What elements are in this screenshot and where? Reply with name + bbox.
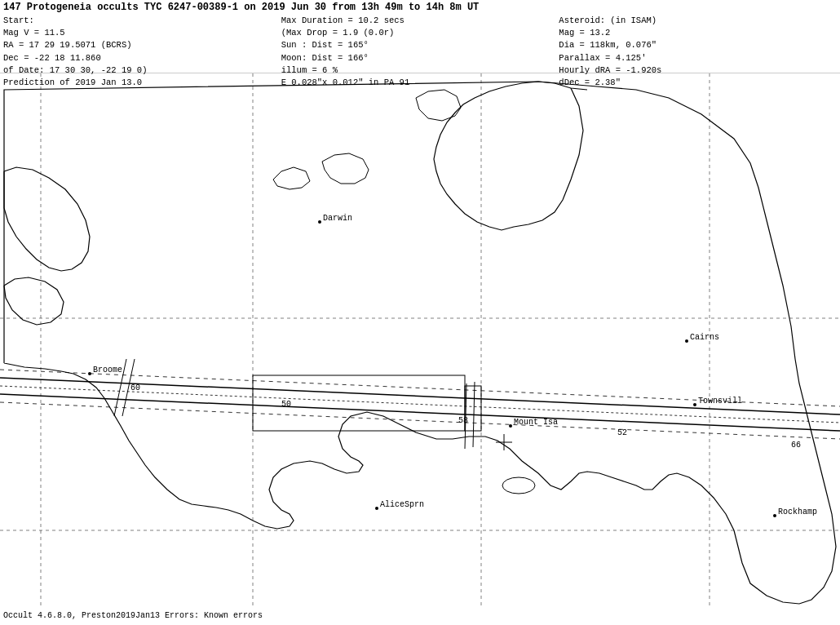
svg-point-21 <box>685 339 688 343</box>
path-label-50: 50 <box>281 400 291 409</box>
asteroid-ellipse <box>502 477 535 494</box>
hourly-dra: Hourly dRA = -1.920s <box>559 64 837 77</box>
max-drop: (Max Drop = 1.9 (0.0r) <box>281 27 559 39</box>
path-crossings <box>114 359 475 449</box>
path-label-58: 58 <box>458 416 468 425</box>
coastline <box>4 82 836 604</box>
svg-point-25 <box>773 514 776 517</box>
city-label-cairns: Cairns <box>690 333 719 342</box>
info-col-middle: Max Duration = 10.2 secs (Max Drop = 1.9… <box>281 15 559 89</box>
dec-value: Dec = -22 18 11.860 <box>3 52 281 64</box>
asteroid-mag: Mag = 13.2 <box>559 27 837 39</box>
of-date: of Date: 17 30 30, -22 19 0) <box>3 64 281 77</box>
cross-marker <box>496 434 512 450</box>
header: 147 Protogeneia occults TYC 6247-00389-1… <box>0 0 840 73</box>
asteroid-header: Asteroid: (in ISAM) <box>559 15 837 27</box>
parallax: Parallax = 4.125' <box>559 52 837 64</box>
path-label-52: 52 <box>617 428 627 437</box>
city-label-alicesprings: AliceSprn <box>380 500 424 509</box>
error-ellipse: E 0.028"x 0.012" in PA 91 <box>281 77 559 89</box>
ddec: dDec = 2.38" <box>559 77 837 89</box>
svg-point-19 <box>318 220 321 224</box>
prediction-date: Prediction of 2019 Jan 13.0 <box>3 77 281 89</box>
max-duration: Max Duration = 10.2 secs <box>281 15 559 27</box>
info-col-right: Asteroid: (in ISAM) Mag = 13.2 Dia = 118… <box>559 15 837 89</box>
moon-illum: illum = 6 % <box>281 64 559 77</box>
path-label-60: 60 <box>130 383 140 392</box>
asteroid-dia: Dia = 118km, 0.076" <box>559 39 837 51</box>
mag-v: Mag V = 11.5 <box>3 27 281 39</box>
svg-point-22 <box>693 403 696 406</box>
svg-point-20 <box>88 372 91 375</box>
ra-value: RA = 17 29 19.5071 (BCRS) <box>3 39 281 51</box>
map-area: Darwin Broome Cairns Townsvill Mount Isa… <box>0 73 840 609</box>
main-container: 147 Protogeneia occults TYC 6247-00389-1… <box>0 0 840 625</box>
start-label: Start: <box>3 15 281 27</box>
sun-dist: Sun : Dist = 165° <box>281 39 559 51</box>
city-label-darwin: Darwin <box>323 214 352 223</box>
info-col-left: Start: Mag V = 11.5 RA = 17 29 19.5071 (… <box>3 15 281 89</box>
moon-dist: Moon: Dist = 166° <box>281 52 559 64</box>
map-svg: Darwin Broome Cairns Townsvill Mount Isa… <box>0 73 840 609</box>
city-label-townsville: Townsvill <box>698 397 742 406</box>
city-label-rockhampton: Rockhamp <box>778 508 817 516</box>
svg-point-24 <box>375 507 378 510</box>
city-label-mountisa: Mount Isa <box>514 418 558 427</box>
footer-text: Occult 4.6.8.0, Preston2019Jan13 Errors:… <box>3 611 263 620</box>
event-title: 147 Protogeneia occults TYC 6247-00389-1… <box>3 2 479 13</box>
city-label-broome: Broome <box>93 366 122 375</box>
cities: Darwin Broome Cairns Townsvill Mount Isa… <box>88 214 833 609</box>
footer: Occult 4.6.8.0, Preston2019Jan13 Errors:… <box>0 609 840 625</box>
title-bar: 147 Protogeneia occults TYC 6247-00389-1… <box>3 2 837 13</box>
grid-lines <box>41 73 710 609</box>
svg-point-23 <box>509 424 512 428</box>
path-label-66: 66 <box>791 441 801 450</box>
info-columns: Start: Mag V = 11.5 RA = 17 29 19.5071 (… <box>3 15 837 89</box>
